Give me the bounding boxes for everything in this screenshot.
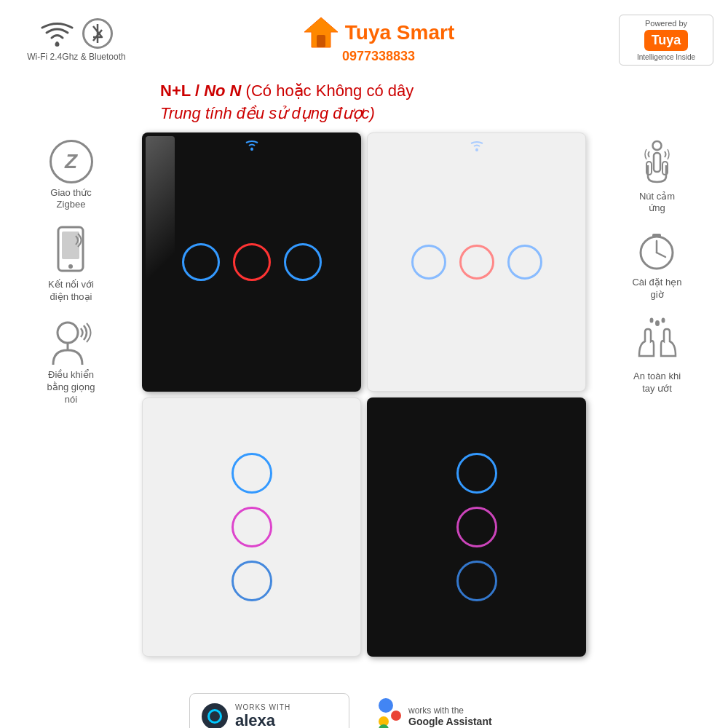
alexa-text: WORKS WITH alexa xyxy=(235,703,290,728)
title-section: N+L / No N (Có hoặc Không có dây Trung t… xyxy=(0,80,728,132)
right-sidebar: Nút cảmứng Cài đặt hẹngiờ xyxy=(593,132,721,686)
touch-icon xyxy=(633,140,681,187)
zigbee-logo: Z xyxy=(50,140,93,183)
feature-phone: Kết nối vớiđiện thoại xyxy=(48,226,94,304)
tuya-powered-badge: Powered by Tuya Intelligence Inside xyxy=(619,15,713,66)
svg-point-6 xyxy=(68,264,73,269)
btn-row-white xyxy=(411,245,542,280)
btn-vert-pink-1[interactable] xyxy=(232,507,272,547)
tuya-logo-text: Tuya xyxy=(652,33,681,47)
header-left-icons: Wi-Fi 2.4Ghz & Bluetooth xyxy=(15,18,138,62)
wifi-icon xyxy=(41,20,74,47)
title-line2: Trung tính đều sử dụng được) xyxy=(160,104,375,122)
google-assistant-icon xyxy=(379,698,401,728)
timer-icon xyxy=(635,229,678,273)
google-badge: works with the Google Assistant xyxy=(379,693,539,728)
btn-vert-blue-b2[interactable] xyxy=(456,561,497,601)
btn-col-black xyxy=(456,453,497,601)
zigbee-z-icon: Z xyxy=(65,150,77,173)
timer-label: Cài đặt hẹngiờ xyxy=(632,277,681,301)
phone-icon xyxy=(52,226,89,275)
brand: Tuya Smart 0977338833 xyxy=(138,16,619,64)
google-dot-blue xyxy=(379,698,393,713)
google-text: works with the Google Assistant xyxy=(408,705,492,727)
wifi-indicator-top-white xyxy=(469,141,485,152)
alexa-brand: alexa xyxy=(235,711,290,728)
svg-rect-18 xyxy=(652,234,661,237)
brand-name: Tuya Smart xyxy=(345,21,454,44)
wet-hands-label: An toàn khitay ướt xyxy=(633,371,681,395)
svg-line-17 xyxy=(657,253,665,257)
btn-red-1[interactable] xyxy=(233,243,271,281)
svg-point-10 xyxy=(475,149,478,151)
voice-label: Điều khiểnbằng giọngnói xyxy=(47,369,95,406)
svg-point-9 xyxy=(250,148,253,151)
voice-icon xyxy=(46,318,97,365)
title-line1: N+L / No N (Có hoặc Không có dây xyxy=(160,82,414,100)
phone-label: Kết nối vớiđiện thoại xyxy=(48,279,94,304)
tuya-logo: Tuya xyxy=(644,30,689,51)
btn-col-white xyxy=(232,453,272,601)
switch-black-horizontal xyxy=(142,132,361,392)
btn-vert-blue-2[interactable] xyxy=(232,561,272,601)
zigbee-label: Giao thứcZigbee xyxy=(50,187,91,212)
house-icon xyxy=(303,16,339,49)
header: Wi-Fi 2.4Ghz & Bluetooth Tuya Smart 0977… xyxy=(0,0,728,80)
google-assistant-label: Google Assistant xyxy=(408,716,492,727)
svg-point-20 xyxy=(649,318,653,323)
powered-by-label: Powered by xyxy=(645,19,687,28)
svg-point-7 xyxy=(58,323,78,343)
alexa-works-with: WORKS WITH xyxy=(235,703,290,711)
main-content: Z Giao thứcZigbee Kết nối vớiđiện thoại xyxy=(0,132,728,686)
btn-vert-blue-1[interactable] xyxy=(232,453,272,494)
svg-rect-11 xyxy=(654,153,660,172)
feature-voice: Điều khiểnbằng giọngnói xyxy=(46,318,97,406)
left-sidebar: Z Giao thứcZigbee Kết nối vớiđiện thoại xyxy=(7,132,135,686)
bottom-bar: WORKS WITH alexa works with the Google A xyxy=(0,686,728,728)
btn-blue-1[interactable] xyxy=(182,243,220,281)
btn-vert-pink-b1[interactable] xyxy=(456,507,497,547)
btn-vert-blue-b1[interactable] xyxy=(456,453,497,494)
svg-point-14 xyxy=(653,141,662,150)
svg-rect-5 xyxy=(62,232,79,259)
svg-point-0 xyxy=(55,42,59,47)
intelligence-label: Intelligence Inside xyxy=(637,53,695,61)
btn-blue-2[interactable] xyxy=(284,243,322,281)
wifi-indicator-top xyxy=(244,140,260,151)
google-dot-red xyxy=(391,711,401,721)
switch-white-horizontal xyxy=(367,132,586,392)
alexa-badge: WORKS WITH alexa xyxy=(189,693,349,728)
svg-rect-3 xyxy=(317,35,325,47)
btn-blue-sm-1[interactable] xyxy=(411,245,446,280)
google-works-with: works with the xyxy=(408,705,492,716)
bluetooth-icon xyxy=(82,18,113,49)
alexa-ring xyxy=(207,709,222,724)
main-title: N+L / No N (Có hoặc Không có dây Trung t… xyxy=(160,80,713,125)
btn-row-black xyxy=(182,243,322,281)
feature-touch: Nút cảmứng xyxy=(633,140,681,215)
btn-blue-sm-2[interactable] xyxy=(507,245,542,280)
feature-wet-hands: An toàn khitay ướt xyxy=(632,316,683,395)
switch-black-vertical xyxy=(367,397,586,657)
touch-label: Nút cảmứng xyxy=(639,191,675,215)
alexa-icon xyxy=(202,703,228,728)
switch-grid xyxy=(135,132,593,657)
switch-white-vertical xyxy=(142,397,361,657)
wet-hands-icon xyxy=(632,316,683,367)
svg-point-19 xyxy=(655,320,660,326)
btn-red-sm-1[interactable] xyxy=(459,245,494,280)
wifi-bt-label: Wi-Fi 2.4Ghz & Bluetooth xyxy=(27,52,125,62)
feature-zigbee: Z Giao thứcZigbee xyxy=(50,140,93,212)
brand-phone: 0977338833 xyxy=(342,49,415,64)
svg-point-21 xyxy=(661,318,665,323)
feature-timer: Cài đặt hẹngiờ xyxy=(632,229,681,301)
